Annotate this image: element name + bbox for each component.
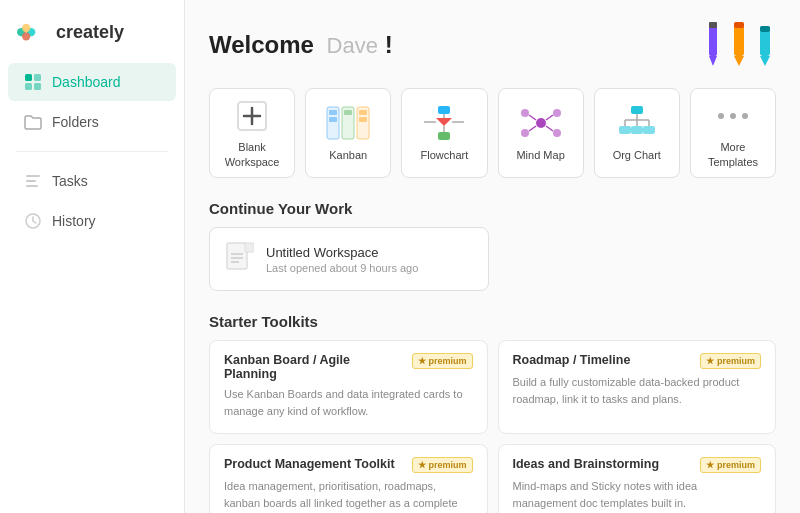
continue-section-title: Continue Your Work bbox=[209, 200, 776, 217]
sidebar-nav: Dashboard Folders Tasks bbox=[0, 63, 184, 240]
sidebar-item-tasks[interactable]: Tasks bbox=[8, 162, 176, 200]
sidebar-item-folders[interactable]: Folders bbox=[8, 103, 176, 141]
dashboard-icon bbox=[24, 73, 42, 91]
kanban-icon bbox=[326, 104, 370, 142]
continue-card[interactable]: Untitled Workspace Last opened about 9 h… bbox=[209, 227, 489, 291]
continue-workspace-name: Untitled Workspace bbox=[266, 245, 418, 260]
mindmap-icon bbox=[519, 104, 563, 142]
svg-rect-29 bbox=[344, 110, 352, 115]
pencil-icon bbox=[702, 20, 724, 70]
svg-rect-12 bbox=[709, 24, 717, 56]
svg-rect-60 bbox=[227, 243, 247, 269]
template-card-blank[interactable]: BlankWorkspace bbox=[209, 88, 295, 178]
flowchart-label: Flowchart bbox=[421, 148, 469, 162]
toolkits-grid: Kanban Board / Agile Planning★ premiumUs… bbox=[209, 340, 776, 513]
svg-rect-6 bbox=[25, 83, 32, 90]
toolkit-card-ideas-brainstorming[interactable]: Ideas and Brainstorming★ premiumMind-map… bbox=[498, 444, 777, 513]
toolkit-title-product-mgmt: Product Management Toolkit bbox=[224, 457, 404, 471]
svg-rect-5 bbox=[34, 74, 41, 81]
template-card-mindmap[interactable]: Mind Map bbox=[498, 88, 584, 178]
starter-toolkits-section: Starter Toolkits Kanban Board / Agile Pl… bbox=[209, 313, 776, 513]
svg-rect-8 bbox=[26, 175, 40, 177]
kanban-label: Kanban bbox=[329, 148, 367, 162]
toolkit-title-roadmap: Roadmap / Timeline bbox=[513, 353, 693, 367]
logo-area: creately bbox=[0, 12, 184, 63]
svg-rect-61 bbox=[245, 243, 254, 252]
svg-line-47 bbox=[546, 126, 553, 131]
toolkit-card-kanban-agile[interactable]: Kanban Board / Agile Planning★ premiumUs… bbox=[209, 340, 488, 434]
toolkit-title-ideas-brainstorming: Ideas and Brainstorming bbox=[513, 457, 693, 471]
svg-rect-30 bbox=[359, 110, 367, 115]
continue-section: Continue Your Work Untitled Workspace La… bbox=[209, 200, 776, 291]
flowchart-icon bbox=[422, 104, 466, 142]
svg-marker-13 bbox=[709, 56, 717, 66]
svg-rect-9 bbox=[26, 180, 36, 182]
svg-rect-10 bbox=[26, 185, 38, 187]
marker-teal-icon bbox=[754, 24, 776, 70]
svg-rect-4 bbox=[25, 74, 32, 81]
sidebar: creately Dashboard Folders bbox=[0, 0, 185, 513]
svg-marker-19 bbox=[760, 56, 770, 66]
template-card-flowchart[interactable]: Flowchart bbox=[401, 88, 487, 178]
creately-logo-icon bbox=[16, 23, 48, 43]
more-templates-icon bbox=[711, 97, 755, 134]
svg-point-42 bbox=[553, 109, 561, 117]
main-content: Welcome Dave ! bbox=[185, 0, 800, 513]
logo-text: creately bbox=[56, 22, 124, 43]
sidebar-item-history[interactable]: History bbox=[8, 202, 176, 240]
toolkit-desc-roadmap: Build a fully customizable data-backed p… bbox=[513, 374, 762, 407]
svg-point-43 bbox=[553, 129, 561, 137]
premium-badge-product-mgmt: ★ premium bbox=[412, 457, 473, 473]
blank-workspace-label: BlankWorkspace bbox=[225, 140, 280, 169]
svg-point-39 bbox=[536, 118, 546, 128]
template-card-orgchart[interactable]: Org Chart bbox=[594, 88, 680, 178]
svg-rect-28 bbox=[329, 117, 337, 122]
svg-marker-16 bbox=[734, 56, 744, 66]
svg-point-40 bbox=[521, 109, 529, 117]
svg-line-46 bbox=[546, 115, 553, 120]
sidebar-item-dashboard[interactable]: Dashboard bbox=[8, 63, 176, 101]
svg-point-41 bbox=[521, 129, 529, 137]
toolkit-card-product-mgmt[interactable]: Product Management Toolkit★ premiumIdea … bbox=[209, 444, 488, 513]
tasks-icon bbox=[24, 172, 42, 190]
svg-marker-33 bbox=[436, 118, 452, 126]
welcome-title: Welcome Dave ! bbox=[209, 31, 393, 59]
svg-rect-34 bbox=[438, 132, 450, 140]
welcome-username: Dave bbox=[327, 33, 378, 58]
svg-rect-3 bbox=[22, 32, 30, 40]
svg-point-57 bbox=[718, 113, 724, 119]
toolkit-desc-kanban-agile: Use Kanban Boards and data integrated ca… bbox=[224, 386, 473, 419]
template-card-kanban[interactable]: Kanban bbox=[305, 88, 391, 178]
marker-orange-icon bbox=[728, 20, 750, 70]
sidebar-history-label: History bbox=[52, 213, 96, 229]
mindmap-label: Mind Map bbox=[516, 148, 564, 162]
sidebar-tasks-label: Tasks bbox=[52, 173, 88, 189]
toolkit-title-kanban-agile: Kanban Board / Agile Planning bbox=[224, 353, 404, 381]
continue-workspace-time: Last opened about 9 hours ago bbox=[266, 262, 418, 274]
orgchart-icon bbox=[615, 104, 659, 142]
svg-rect-54 bbox=[619, 126, 631, 134]
decorative-icons bbox=[702, 20, 776, 70]
premium-badge-ideas-brainstorming: ★ premium bbox=[700, 457, 761, 473]
svg-point-58 bbox=[730, 113, 736, 119]
document-icon bbox=[226, 242, 254, 276]
svg-rect-2 bbox=[22, 23, 30, 31]
svg-rect-7 bbox=[34, 83, 41, 90]
orgchart-label: Org Chart bbox=[613, 148, 661, 162]
svg-rect-32 bbox=[438, 106, 450, 114]
svg-point-59 bbox=[742, 113, 748, 119]
svg-rect-55 bbox=[631, 126, 643, 134]
template-card-more[interactable]: MoreTemplates bbox=[690, 88, 776, 178]
folder-icon bbox=[24, 113, 42, 131]
sidebar-divider bbox=[16, 151, 168, 152]
svg-rect-56 bbox=[643, 126, 655, 134]
welcome-header: Welcome Dave ! bbox=[209, 20, 776, 70]
logo[interactable]: creately bbox=[16, 22, 168, 43]
svg-line-45 bbox=[529, 126, 536, 131]
starter-toolkits-title: Starter Toolkits bbox=[209, 313, 776, 330]
toolkit-card-roadmap[interactable]: Roadmap / Timeline★ premiumBuild a fully… bbox=[498, 340, 777, 434]
toolkit-desc-ideas-brainstorming: Mind-maps and Sticky notes with idea man… bbox=[513, 478, 762, 511]
svg-rect-27 bbox=[329, 110, 337, 115]
toolkit-desc-product-mgmt: Idea management, prioritisation, roadmap… bbox=[224, 478, 473, 513]
sidebar-dashboard-label: Dashboard bbox=[52, 74, 121, 90]
